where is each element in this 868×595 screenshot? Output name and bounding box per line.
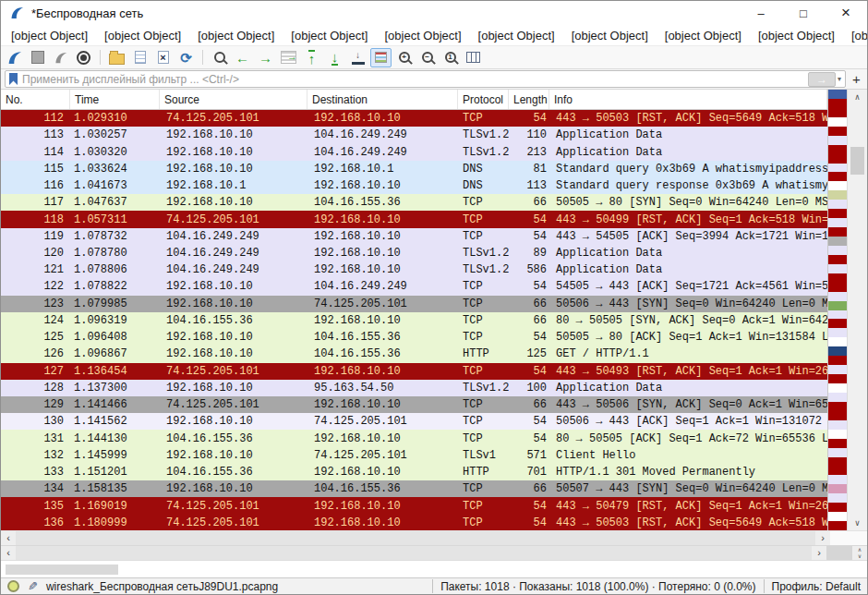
packet-row[interactable]: 113 1.030257 192.168.10.10 104.16.249.24… [1, 127, 827, 143]
packet-row[interactable]: 121 1.078806 104.16.249.249 192.168.10.1… [1, 261, 827, 278]
menu-item[interactable]: [object Object] [470, 27, 563, 44]
packet-row[interactable]: 115 1.033624 192.168.10.10 192.168.10.1 … [1, 161, 827, 177]
packet-row[interactable]: 135 1.169019 74.125.205.101 192.168.10.1… [1, 497, 827, 514]
resize-columns-button[interactable] [463, 48, 484, 67]
open-file-button[interactable] [106, 48, 127, 67]
pane-scroll-thumb[interactable] [6, 565, 118, 575]
capture-options-button[interactable] [73, 48, 94, 67]
packet-list-hscrollbar[interactable]: ‹ › [1, 531, 830, 545]
packet-row[interactable]: 112 1.029310 74.125.205.101 192.168.10.1… [1, 110, 827, 127]
go-back-button[interactable]: ← [232, 48, 253, 67]
scroll-up-arrow-icon[interactable]: ∧ [848, 90, 867, 104]
zoom-out-button[interactable]: − [416, 48, 438, 67]
packet-row[interactable]: 132 1.145999 192.168.10.10 74.125.205.10… [1, 447, 827, 464]
go-to-packet-button[interactable]: → [278, 48, 299, 67]
add-filter-button[interactable]: + [850, 72, 863, 86]
zoom-in-button[interactable]: + [393, 48, 415, 67]
capture-comment-icon[interactable]: ✎ [28, 579, 38, 593]
zoom-reset-button[interactable]: 1 [440, 48, 461, 67]
go-to-last-button[interactable]: ↓ [324, 48, 345, 67]
scroll-down-arrow-icon[interactable]: ∨ [848, 516, 867, 530]
menu-item[interactable]: [object Object] [376, 27, 469, 44]
packet-row[interactable]: 136 1.180999 74.125.205.101 192.168.10.1… [1, 515, 827, 530]
packet-row[interactable]: 117 1.047637 192.168.10.10 104.16.155.36… [1, 194, 827, 211]
packet-info: 50506 → 443 [ACK] Seq=1 Ack=1 Win=131072 [549, 415, 827, 428]
scroll-right-arrow-icon[interactable]: › [815, 533, 830, 543]
vertical-scroll-thumb[interactable] [850, 147, 864, 175]
hscroll-track[interactable] [16, 546, 812, 560]
menu-item[interactable]: [object Object] [3, 27, 96, 44]
packet-row[interactable]: 129 1.141466 74.125.205.101 192.168.10.1… [1, 396, 827, 413]
close-file-button[interactable]: × [152, 48, 174, 67]
expert-info-icon[interactable] [7, 580, 19, 592]
scroll-left-arrow-icon[interactable]: ‹ [1, 548, 16, 558]
packet-row[interactable]: 124 1.096319 104.16.155.36 192.168.10.10… [1, 312, 827, 329]
intelligent-scrollbar-minimap[interactable] [827, 90, 847, 530]
splitter-spinner[interactable]: ∧ ∨ [852, 546, 867, 560]
packet-row[interactable]: 126 1.096867 192.168.10.10 104.16.155.36… [1, 346, 827, 362]
packet-row[interactable]: 131 1.144130 104.16.155.36 192.168.10.10… [1, 430, 827, 446]
minimap-stripe [828, 346, 847, 356]
menu-item[interactable]: [object Object] [750, 27, 843, 44]
packet-row[interactable]: 133 1.151201 104.16.155.36 192.168.10.10… [1, 464, 827, 480]
packet-row[interactable]: 114 1.030320 192.168.10.10 104.16.249.24… [1, 143, 827, 160]
scroll-left-arrow-icon[interactable]: ‹ [1, 533, 16, 543]
column-header-info[interactable]: Info [549, 90, 827, 109]
column-header-destination[interactable]: Destination [307, 90, 458, 109]
hscroll-thumb[interactable] [826, 546, 852, 560]
bookmark-icon[interactable] [9, 73, 18, 85]
go-forward-button[interactable]: → [255, 48, 276, 67]
colorize-button[interactable] [370, 48, 392, 67]
reload-button[interactable]: ⟳ [175, 48, 197, 67]
packet-row[interactable]: 119 1.078732 104.16.249.249 192.168.10.1… [1, 228, 827, 245]
packet-length: 54 [509, 213, 549, 226]
packet-row[interactable]: 134 1.158135 192.168.10.10 104.16.155.36… [1, 480, 827, 497]
packet-row[interactable]: 123 1.079985 192.168.10.10 74.125.205.10… [1, 296, 827, 312]
packet-row[interactable]: 120 1.078780 104.16.249.249 192.168.10.1… [1, 245, 827, 261]
packet-row[interactable]: 130 1.141562 192.168.10.10 74.125.205.10… [1, 413, 827, 430]
display-filter-input[interactable] [22, 73, 803, 86]
column-header-length[interactable]: Length [509, 90, 549, 109]
apply-filter-button[interactable]: → [808, 72, 836, 87]
menu-item[interactable]: [object Object] [283, 27, 376, 44]
capture-filename[interactable]: wireshark_Беспроводная сетьJ89DU1.pcapng [46, 580, 278, 593]
restart-fin-icon [54, 51, 68, 65]
column-header-time[interactable]: Time [70, 90, 160, 109]
packet-source: 192.168.10.10 [160, 331, 307, 344]
packet-row[interactable]: 118 1.057311 74.125.205.101 192.168.10.1… [1, 211, 827, 227]
close-button[interactable]: × [825, 1, 867, 25]
minimize-button[interactable]: – [740, 1, 782, 25]
column-header-source[interactable]: Source [160, 90, 307, 109]
go-to-first-button[interactable]: ↑ [301, 48, 322, 67]
maximize-button[interactable]: □ [782, 1, 825, 25]
packet-protocol: TCP [458, 516, 509, 529]
find-packet-button[interactable] [209, 48, 230, 67]
scroll-right-arrow-icon[interactable]: › [812, 548, 826, 558]
menu-item[interactable]: [object Object] [657, 27, 750, 44]
packet-protocol: TLSv1 [458, 449, 509, 462]
restart-capture-button[interactable] [50, 48, 71, 67]
packet-row[interactable]: 122 1.078822 192.168.10.10 104.16.249.24… [1, 278, 827, 295]
column-header-no[interactable]: No. [1, 90, 70, 109]
menu-item[interactable]: [object Object] [563, 27, 657, 44]
profile-label[interactable]: Профиль: Default [772, 580, 862, 593]
menu-item[interactable]: [object Object] [96, 27, 189, 44]
start-capture-button[interactable] [4, 48, 25, 67]
hscroll-track[interactable] [16, 531, 815, 545]
packet-source: 192.168.10.10 [160, 298, 307, 310]
menu-item[interactable]: [object Object] [189, 27, 283, 44]
packet-row[interactable]: 125 1.096408 192.168.10.10 104.16.155.36… [1, 329, 827, 346]
packet-row[interactable]: 116 1.041673 192.168.10.1 192.168.10.10 … [1, 177, 827, 194]
detail-pane-hscrollbar[interactable]: ‹ › ∧ ∨ [1, 546, 867, 560]
vertical-scrollbar[interactable]: ∧ ∨ [847, 90, 867, 530]
filter-dropdown-caret[interactable]: ▾ [838, 75, 841, 83]
stop-capture-button[interactable] [27, 48, 48, 67]
column-header-protocol[interactable]: Protocol [458, 90, 509, 109]
packet-length: 66 [509, 398, 549, 411]
save-file-button[interactable] [129, 48, 151, 67]
vertical-scroll-track[interactable] [848, 104, 867, 516]
menu-item[interactable]: [object Object] [843, 27, 868, 44]
packet-row[interactable]: 128 1.137300 192.168.10.10 95.163.54.50 … [1, 380, 827, 396]
auto-scroll-button[interactable]: ↓ [347, 48, 368, 67]
packet-row[interactable]: 127 1.136454 74.125.205.101 192.168.10.1… [1, 363, 827, 380]
